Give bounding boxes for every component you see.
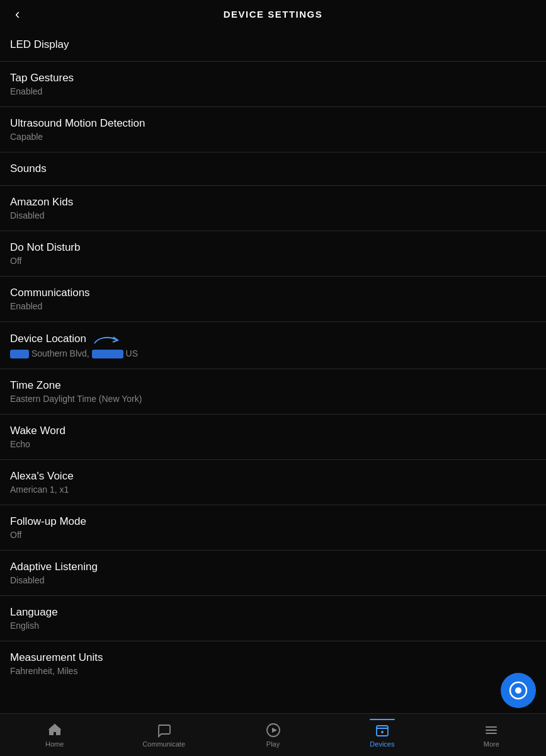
address-country: US [126, 348, 138, 358]
address-street: Southern Blvd, [31, 348, 92, 358]
settings-item-alexas-voice[interactable]: Alexa's Voice American 1, x1 [0, 460, 546, 505]
time-zone-value: Eastern Daylight Time (New York) [10, 394, 536, 404]
settings-list: LED Display Tap Gestures Enabled Ultraso… [0, 28, 546, 686]
communicate-icon [156, 723, 171, 738]
settings-item-sounds[interactable]: Sounds [0, 152, 546, 186]
settings-item-communications[interactable]: Communications Enabled [0, 277, 546, 322]
alexas-voice-label: Alexa's Voice [10, 470, 536, 483]
page-header: ‹ DEVICE SETTINGS [0, 0, 546, 28]
follow-up-mode-label: Follow-up Mode [10, 515, 536, 528]
language-label: Language [10, 606, 536, 619]
language-value: English [10, 621, 536, 631]
nav-item-communicate[interactable]: Communicate [109, 719, 218, 752]
device-location-label: Device Location [10, 333, 86, 345]
redacted-address-1 [10, 350, 29, 358]
settings-item-device-location[interactable]: Device Location Southern Blvd, US [0, 322, 546, 369]
back-button[interactable]: ‹ [10, 4, 25, 25]
measurement-units-value: Fahrenheit, Miles [10, 666, 536, 676]
follow-up-mode-value: Off [10, 530, 536, 540]
home-nav-label: Home [45, 740, 64, 748]
settings-item-do-not-disturb[interactable]: Do Not Disturb Off [0, 231, 546, 277]
do-not-disturb-label: Do Not Disturb [10, 241, 536, 254]
more-nav-label: More [484, 740, 499, 748]
devices-nav-label: Devices [370, 740, 394, 748]
settings-item-follow-up-mode[interactable]: Follow-up Mode Off [0, 505, 546, 551]
amazon-kids-label: Amazon Kids [10, 196, 536, 209]
svg-point-12 [381, 731, 384, 733]
adaptive-listening-label: Adaptive Listening [10, 561, 536, 573]
ultrasound-motion-value: Capable [10, 132, 536, 142]
communications-value: Enabled [10, 301, 536, 311]
amazon-kids-value: Disabled [10, 210, 536, 220]
home-icon [47, 723, 62, 738]
play-icon [266, 723, 281, 738]
nav-item-play[interactable]: Play [219, 719, 327, 752]
settings-item-ultrasound-motion[interactable]: Ultrasound Motion Detection Capable [0, 107, 546, 152]
settings-item-led-display[interactable]: LED Display [0, 28, 546, 62]
sounds-label: Sounds [10, 163, 536, 175]
alexa-icon [509, 681, 528, 700]
tap-gestures-label: Tap Gestures [10, 72, 536, 84]
nav-item-home[interactable]: Home [0, 719, 109, 752]
settings-item-measurement-units[interactable]: Measurement Units Fahrenheit, Miles [0, 641, 546, 686]
bottom-navigation: Home Communicate Play [0, 713, 546, 756]
measurement-units-label: Measurement Units [10, 651, 536, 664]
device-location-value: Southern Blvd, US [10, 348, 536, 358]
settings-item-adaptive-listening[interactable]: Adaptive Listening Disabled [0, 551, 546, 596]
play-nav-label: Play [266, 740, 280, 748]
settings-item-language[interactable]: Language English [0, 596, 546, 641]
svg-rect-9 [54, 732, 56, 735]
devices-active-indicator [370, 719, 395, 720]
adaptive-listening-value: Disabled [10, 575, 536, 585]
alexa-fab-button[interactable] [501, 673, 536, 708]
do-not-disturb-value: Off [10, 256, 536, 266]
wake-word-label: Wake Word [10, 425, 536, 437]
redacted-address-2 [92, 350, 123, 358]
more-icon [484, 723, 499, 738]
wake-word-value: Echo [10, 439, 536, 449]
settings-item-time-zone[interactable]: Time Zone Eastern Daylight Time (New Yor… [0, 369, 546, 415]
communications-label: Communications [10, 287, 536, 299]
time-zone-label: Time Zone [10, 379, 536, 392]
alexas-voice-value: American 1, x1 [10, 484, 536, 495]
page-title: DEVICE SETTINGS [224, 9, 323, 20]
nav-item-more[interactable]: More [437, 719, 546, 752]
ultrasound-motion-label: Ultrasound Motion Detection [10, 117, 536, 130]
nav-item-devices[interactable]: Devices [327, 719, 436, 752]
settings-item-wake-word[interactable]: Wake Word Echo [0, 415, 546, 460]
settings-item-amazon-kids[interactable]: Amazon Kids Disabled [0, 186, 546, 231]
led-display-label: LED Display [10, 38, 536, 51]
annotation-arrow-icon [91, 332, 123, 347]
tap-gestures-value: Enabled [10, 86, 536, 96]
svg-marker-7 [48, 724, 61, 730]
svg-point-1 [515, 687, 521, 694]
svg-marker-11 [272, 728, 277, 733]
communicate-nav-label: Communicate [142, 740, 185, 748]
settings-item-tap-gestures[interactable]: Tap Gestures Enabled [0, 62, 546, 107]
devices-icon [375, 723, 390, 738]
